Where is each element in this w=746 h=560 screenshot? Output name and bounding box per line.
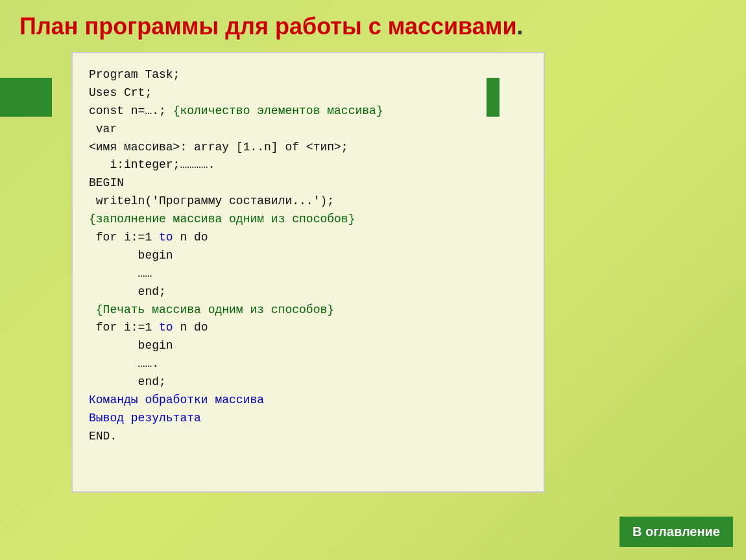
code-line-9: {заполнение массива одним из способов} [89,211,527,229]
code-line-1: Program Task; [89,66,527,84]
code-line-12: …… [89,265,527,283]
code-line-13: end; [89,283,527,301]
page-container: План программы для работы с массивами. P… [0,0,746,560]
code-line-7: BEGIN [89,174,527,192]
green-bar-right [487,78,499,117]
code-line-8: writeln('Программу составили...'); [89,192,527,211]
nav-button[interactable]: В оглавление [620,517,733,547]
code-line-17: ……. [89,355,527,373]
code-block: Program Task; Uses Crt; const n=….; {кол… [71,52,545,493]
code-line-4: var [89,121,527,139]
code-line-3: const n=….; {количество элементов массив… [89,102,527,121]
code-line-21: END. [89,428,527,446]
title-text: План программы для работы с массивами [19,13,517,40]
page-title: План программы для работы с массивами. [19,13,727,40]
code-line-16: begin [89,337,527,355]
code-line-6: i:integer;…………. [89,156,527,174]
code-line-11: begin [89,247,527,265]
code-line-5: <имя массива>: array [1..n] of <тип>; [89,139,527,157]
code-line-18: end; [89,373,527,391]
code-line-20: Вывод результата [89,410,527,428]
title-period: . [517,13,523,40]
code-line-19: Команды обработки массива [89,391,527,410]
code-line-2: Uses Crt; [89,84,527,102]
green-bar-left [0,78,52,117]
code-line-15: for i:=1 to n do [89,319,527,337]
code-line-10: for i:=1 to n do [89,229,527,247]
code-line-14: {Печать массива одним из способов} [89,301,527,320]
